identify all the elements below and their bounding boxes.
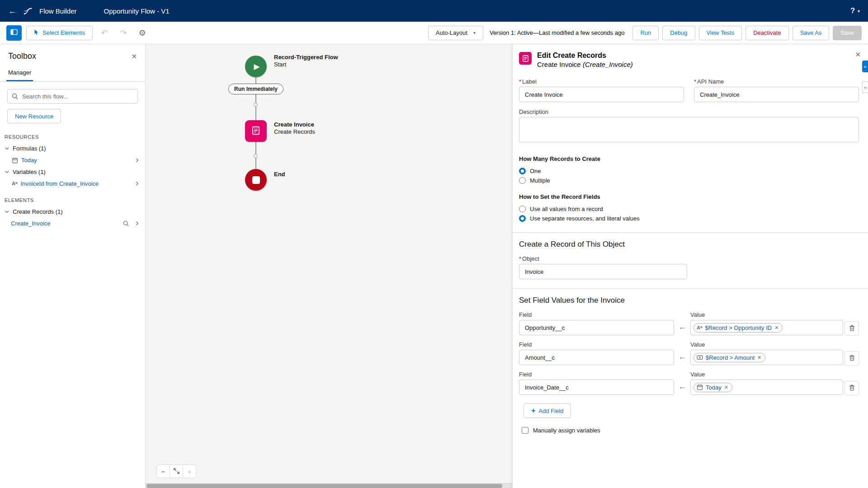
field-column-label: Field <box>519 341 674 348</box>
deactivate-button[interactable]: Deactivate <box>745 26 788 40</box>
toolbox-panel: Toolbox ✕ Manager New Resource RESOURCES… <box>0 44 146 488</box>
plus-icon: + <box>531 407 535 415</box>
value-combobox[interactable]: Aa $Record > Opportunity ID ✕ <box>690 320 843 335</box>
radio-icon[interactable] <box>519 168 526 174</box>
value-column-label: Value <box>690 341 843 348</box>
delete-row-button[interactable] <box>844 381 859 395</box>
panel-close-icon[interactable]: ✕ <box>855 51 861 59</box>
trash-icon <box>849 355 855 362</box>
end-node[interactable] <box>245 169 267 191</box>
toolbox-search-input[interactable] <box>7 89 138 103</box>
remove-pill-icon[interactable]: ✕ <box>724 385 728 390</box>
chevron-right-icon[interactable] <box>135 181 140 186</box>
delete-row-button[interactable] <box>844 351 859 366</box>
radio-icon[interactable] <box>519 206 526 212</box>
checkbox-icon[interactable] <box>522 427 528 434</box>
create-invoice-node[interactable] <box>245 120 267 142</box>
docked-panel-tab[interactable]: « <box>862 81 868 93</box>
connector-junction-dot <box>254 103 258 107</box>
toolbox-item-link[interactable]: Create_Invoice <box>11 220 50 227</box>
radio-option-separate-resources[interactable]: Use separate resources, and literal valu… <box>519 214 859 223</box>
radio-icon[interactable] <box>519 177 526 184</box>
field-input[interactable] <box>519 320 674 335</box>
required-marker: * <box>519 255 521 262</box>
description-textarea[interactable] <box>519 117 859 142</box>
tab-manager[interactable]: Manager <box>6 66 33 81</box>
toolbox-title: Toolbox <box>8 52 36 61</box>
undo-button[interactable]: ↶ <box>97 26 112 40</box>
field-column-label: Field <box>519 311 674 318</box>
end-node-label: End <box>274 171 285 178</box>
layout-mode-dropdown[interactable]: Auto-Layout ▾ <box>428 26 483 40</box>
new-resource-button[interactable]: New Resource <box>7 109 61 123</box>
field-input[interactable] <box>519 380 674 395</box>
help-button[interactable]: ? <box>850 7 855 15</box>
toolbox-item-link[interactable]: Today <box>21 157 37 164</box>
play-icon: ▶ <box>254 62 259 71</box>
object-input[interactable] <box>519 264 687 279</box>
api-name-input[interactable] <box>694 87 859 102</box>
run-button[interactable]: Run <box>632 26 659 40</box>
toolbox-item-invoiceid[interactable]: Aa InvoiceId from Create_Invoice <box>0 178 145 189</box>
find-in-canvas-icon[interactable] <box>123 221 129 226</box>
scrollbar-thumb[interactable] <box>146 484 502 488</box>
debug-button[interactable]: Debug <box>662 26 695 40</box>
radio-option-all-values[interactable]: Use all values from a record <box>519 204 859 214</box>
how-many-heading: How Many Records to Create <box>519 155 859 162</box>
value-column-label: Value <box>690 371 843 378</box>
assign-arrow-icon: ← <box>674 352 690 361</box>
toolbox-item-link[interactable]: InvoiceId from Create_Invoice <box>20 180 99 187</box>
select-elements-label: Select Elements <box>42 29 85 36</box>
toolbox-group-variables[interactable]: Variables (1) <box>0 166 145 178</box>
toolbox-group-create-records[interactable]: Create Records (1) <box>0 206 145 218</box>
calendar-icon <box>12 157 18 164</box>
radio-option-multiple[interactable]: Multiple <box>519 176 859 185</box>
zoom-fit-button[interactable] <box>170 465 183 478</box>
select-elements-button[interactable]: Select Elements <box>26 26 93 40</box>
toolbox-group-formulas[interactable]: Formulas (1) <box>0 142 145 155</box>
panel-subtitle-api: (Create_Invoice) <box>583 61 633 68</box>
add-field-button[interactable]: + Add Field <box>524 404 571 418</box>
resource-pill[interactable]: Aa $Record > Opportunity ID ✕ <box>693 323 783 333</box>
view-tests-button[interactable]: View Tests <box>699 26 742 40</box>
field-value-row: Field ← Value Today ✕ <box>519 371 859 395</box>
value-combobox[interactable]: $Record > Amount ✕ <box>690 350 843 365</box>
chevron-right-icon[interactable] <box>135 158 140 163</box>
toolbox-item-create-invoice[interactable]: Create_Invoice <box>0 218 145 229</box>
chevron-right-icon[interactable] <box>135 221 140 226</box>
remove-pill-icon[interactable]: ✕ <box>757 355 761 360</box>
flow-canvas[interactable]: ▶ Record-Triggered Flow Start Run Immedi… <box>146 44 512 488</box>
redo-button[interactable]: ↷ <box>116 26 131 40</box>
expand-fit-icon <box>174 468 179 475</box>
radio-icon[interactable] <box>519 215 526 222</box>
collapse-panel-tab[interactable]: « <box>862 61 868 72</box>
pill-label: Today <box>706 384 722 391</box>
horizontal-scrollbar[interactable] <box>146 483 512 488</box>
label-input[interactable] <box>519 87 684 102</box>
start-node[interactable]: ▶ <box>245 56 267 77</box>
run-immediately-badge[interactable]: Run Immediately <box>228 84 283 94</box>
resource-pill[interactable]: Today ✕ <box>693 383 732 392</box>
toggle-toolbox-button[interactable] <box>6 25 22 41</box>
required-marker: * <box>694 78 696 85</box>
resource-pill[interactable]: $Record > Amount ✕ <box>693 353 765 362</box>
radio-option-one[interactable]: One <box>519 166 859 176</box>
zoom-out-button[interactable]: − <box>156 465 170 478</box>
section-divider <box>513 232 868 233</box>
manually-assign-checkbox-row[interactable]: Manually assign variables <box>522 427 859 434</box>
help-caret-icon[interactable]: ▾ <box>858 9 860 14</box>
back-button[interactable]: ← <box>8 7 17 15</box>
delete-row-button[interactable] <box>844 321 859 336</box>
connector-junction-dot <box>254 154 258 158</box>
field-value-row: Field ← Value Aa $Record > Opportunity I… <box>519 311 859 336</box>
zoom-in-button[interactable]: + <box>183 465 196 478</box>
toolbox-close-icon[interactable]: ✕ <box>131 52 137 61</box>
radio-label: Multiple <box>530 177 550 184</box>
flow-settings-gear-icon[interactable]: ⚙ <box>135 26 150 40</box>
value-combobox[interactable]: Today ✕ <box>690 380 843 395</box>
field-input[interactable] <box>519 350 674 365</box>
save-button[interactable]: Save <box>833 26 862 40</box>
save-as-button[interactable]: Save As <box>793 26 830 40</box>
toolbox-item-today[interactable]: Today <box>0 155 145 166</box>
remove-pill-icon[interactable]: ✕ <box>774 325 778 330</box>
